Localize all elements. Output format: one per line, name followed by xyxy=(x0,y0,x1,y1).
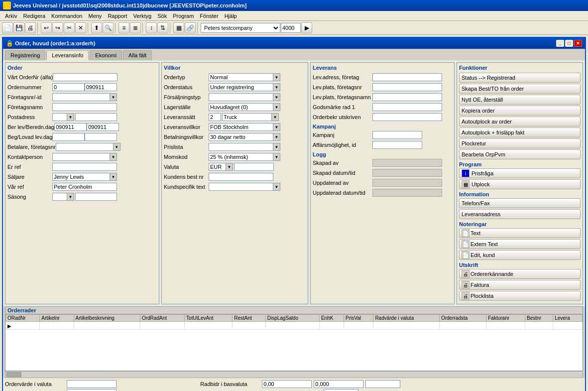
tab-ekonomi[interactable]: Ekonomi xyxy=(90,50,122,60)
affarsm-input[interactable] xyxy=(372,141,422,149)
maximize-button[interactable]: □ xyxy=(565,40,573,47)
kundspecifik-input[interactable] xyxy=(209,183,273,191)
beg-lovad-input1[interactable] xyxy=(52,133,85,141)
ordervarde-valuta-input[interactable] xyxy=(67,380,117,388)
table-row[interactable]: ▶ xyxy=(6,322,583,330)
leveranssatt-input2[interactable] xyxy=(222,113,272,121)
leveransvillkor-input[interactable] xyxy=(209,123,273,131)
forsaljningstyp-arrow[interactable]: ▼ xyxy=(273,93,280,101)
beg-lovad-input2[interactable] xyxy=(85,133,117,141)
minimize-button[interactable]: _ xyxy=(556,40,564,47)
tb-extra1[interactable]: ▦ xyxy=(173,22,184,33)
sasong-input2[interactable] xyxy=(75,193,117,201)
sasong-input1[interactable] xyxy=(52,193,67,201)
skapa-best-button[interactable]: Skapa Best/TO från order xyxy=(459,84,581,94)
company-number[interactable] xyxy=(281,23,301,33)
company-dropdown[interactable]: Peters testcompany xyxy=(201,23,280,33)
ordernummer-input1[interactable] xyxy=(52,83,85,91)
menu-redigera[interactable]: Redigera xyxy=(20,12,48,20)
betalningsvillkor-arrow[interactable]: ▼ xyxy=(273,133,280,141)
postadress-input2[interactable] xyxy=(75,113,117,121)
tb-delete[interactable]: ✕ xyxy=(75,22,86,33)
tb-list2[interactable]: ≣ xyxy=(130,22,141,33)
close-button[interactable]: ✕ xyxy=(574,40,582,47)
kampanj-input[interactable] xyxy=(372,131,422,139)
saljare-input[interactable] xyxy=(52,173,110,181)
skapad-av-input[interactable] xyxy=(372,159,442,167)
tab-registrering[interactable]: Registrering xyxy=(5,50,45,60)
valuta-rate[interactable] xyxy=(234,163,274,171)
tb-save[interactable]: 💾 xyxy=(13,22,24,33)
tb-extra2[interactable]: 🔗 xyxy=(185,22,196,33)
saljare-arrow[interactable]: ▼ xyxy=(110,173,117,181)
menu-meny[interactable]: Meny xyxy=(85,12,105,20)
radbidr-input1[interactable] xyxy=(262,380,312,388)
tab-leveransinfo[interactable]: Leveransinfo xyxy=(46,50,89,60)
telefon-fax-button[interactable]: Telefon/Fax xyxy=(459,198,581,208)
tb-undo[interactable]: ↩ xyxy=(41,22,52,33)
valuta-input[interactable] xyxy=(209,163,226,171)
leveransadress-button[interactable]: Leveransadress xyxy=(459,209,581,219)
kontaktperson-arrow[interactable]: ▼ xyxy=(110,153,117,161)
status-registrerad-button[interactable]: Status --> Registrerad xyxy=(459,73,581,83)
betalningsvillkor-input[interactable] xyxy=(209,133,273,141)
tab-alla-falt[interactable]: Alla fält xyxy=(123,50,152,60)
plocklista-button[interactable]: 🖨 Plocklista xyxy=(459,291,581,301)
var-ref-input[interactable] xyxy=(52,183,117,191)
ordertyp-input[interactable] xyxy=(209,73,273,81)
menu-fonster[interactable]: Fönster xyxy=(197,12,221,20)
extern-text-button[interactable]: 📄 Extern Text xyxy=(459,239,581,249)
forsaljningstyp-input[interactable] xyxy=(209,93,273,101)
ber-lev-input1[interactable] xyxy=(54,123,87,131)
ordertyp-arrow[interactable]: ▼ xyxy=(273,73,280,81)
lev-plats-foretagsnr-input[interactable] xyxy=(372,83,442,91)
lev-adress-input[interactable] xyxy=(372,73,442,81)
tb-up[interactable]: ⬆ xyxy=(91,22,102,33)
prisfråga-button[interactable]: i Prisfråga xyxy=(459,168,581,178)
ordervarde-basval-input[interactable] xyxy=(67,389,117,391)
menu-sok[interactable]: Sök xyxy=(154,12,170,20)
prislista-input[interactable] xyxy=(209,143,273,151)
ber-lev-input2[interactable] xyxy=(87,123,119,131)
tb-list1[interactable]: ≡ xyxy=(118,22,129,33)
menu-program[interactable]: Program xyxy=(170,12,197,20)
lagerstalle-arrow[interactable]: ▼ xyxy=(273,103,280,111)
orderstatus-input[interactable] xyxy=(209,83,273,91)
radbidr-input3[interactable] xyxy=(365,380,400,388)
horizontal-scrollbar[interactable] xyxy=(5,371,583,378)
uppdaterad-av-input[interactable] xyxy=(372,179,442,187)
sasong-arrow[interactable]: ▼ xyxy=(67,193,74,201)
vart-ordernr-input[interactable] xyxy=(53,73,118,81)
orderstatus-arrow[interactable]: ▼ xyxy=(273,83,280,91)
kundspecifik-arrow[interactable]: ▼ xyxy=(273,183,280,191)
tb-cut[interactable]: ✂ xyxy=(64,22,75,33)
foretagsnamn-input[interactable] xyxy=(52,103,117,111)
menu-rapport[interactable]: Rapport xyxy=(105,12,130,20)
prislista-arrow[interactable]: ▼ xyxy=(273,143,280,151)
radbidr-input2[interactable] xyxy=(314,380,363,388)
autoutplock-button[interactable]: Autoutplock av order xyxy=(459,117,581,127)
kontaktperson-input[interactable] xyxy=(52,153,110,161)
utplock-button[interactable]: ▦ Utplock xyxy=(459,179,581,189)
scroll-thumb[interactable] xyxy=(6,372,21,377)
leveranssatt-arrow[interactable]: ▼ xyxy=(272,113,279,121)
leveranssatt-input1[interactable] xyxy=(209,113,221,121)
lagerstalle-input[interactable] xyxy=(209,103,273,111)
bearbeta-orppvm-button[interactable]: Bearbeta OrpPvm xyxy=(459,149,581,159)
betalare-arrow[interactable]: ▼ xyxy=(114,143,120,151)
menu-kommandon[interactable]: Kommandon xyxy=(48,12,85,20)
faktura-button[interactable]: 🖨 Faktura xyxy=(459,280,581,290)
nytt-oe-button[interactable]: Nytt OE, återställ xyxy=(459,95,581,105)
menu-arkiv[interactable]: Arkiv xyxy=(2,12,20,20)
orderbekr-input[interactable] xyxy=(372,113,442,121)
menu-hjalp[interactable]: Hjälp xyxy=(222,12,240,20)
uppdaterad-datum-input[interactable] xyxy=(372,189,442,197)
ordernummer-input2[interactable] xyxy=(85,83,117,91)
godsmärke-input[interactable] xyxy=(372,103,442,111)
leveransvillkor-arrow[interactable]: ▼ xyxy=(273,123,280,131)
text-button[interactable]: 📄 Text xyxy=(459,228,581,238)
momskod-arrow[interactable]: ▼ xyxy=(273,153,280,161)
edit-kund-button[interactable]: 📄 Edit, kund xyxy=(459,250,581,260)
kundens-best-input[interactable] xyxy=(209,173,273,181)
skapad-datum-input[interactable] xyxy=(372,169,442,177)
